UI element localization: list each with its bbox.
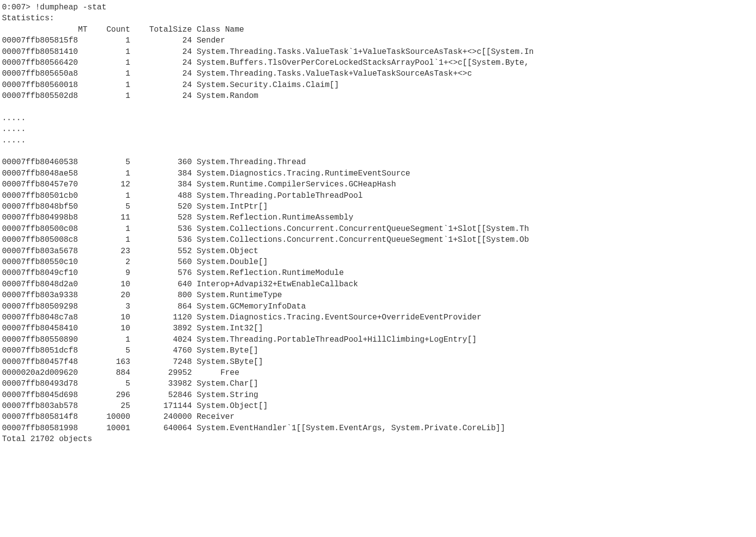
cell-count: 1 <box>88 334 130 345</box>
table-row: 00007ffb805092983864System.GCMemoryInfoD… <box>2 301 754 312</box>
table-row: 00007ffb80581410124System.Threading.Task… <box>2 46 754 57</box>
cell-class-name: System.Buffers.TlsOverPerCoreLockedStack… <box>192 57 754 68</box>
cell-class-name: System.EventHandler`1[[System.EventArgs,… <box>192 423 754 434</box>
cell-count: 5 <box>88 345 130 356</box>
cell-class-name: System.Char[] <box>192 378 754 389</box>
cell-mt: 00007ffb803a5678 <box>2 246 88 257</box>
cell-count: 10 <box>88 312 130 323</box>
cell-total-size: 33982 <box>130 378 192 389</box>
blank-line <box>2 102 754 113</box>
cell-class-name: System.Threading.Tasks.ValueTask`1+Value… <box>192 46 754 57</box>
cell-class-name: System.Double[] <box>192 257 754 268</box>
cell-class-name: System.Random <box>192 90 754 101</box>
table-row: 00007ffb8048c7a8101120System.Diagnostics… <box>2 312 754 323</box>
table-row: 00007ffb80501cb01488System.Threading.Por… <box>2 190 754 201</box>
cell-class-name: System.GCMemoryInfoData <box>192 301 754 312</box>
cell-mt: 00007ffb8048ae58 <box>2 168 88 179</box>
cell-total-size: 488 <box>130 190 192 201</box>
cell-count: 163 <box>88 357 130 367</box>
cell-class-name: System.Security.Claims.Claim[] <box>192 80 754 90</box>
table-row: 00007ffb8048bf505520System.IntPtr[] <box>2 201 754 212</box>
cell-count: 1 <box>88 190 130 201</box>
table-row: 00007ffb80493d78533982System.Char[] <box>2 378 754 389</box>
table-row: 00007ffb80457f481637248System.SByte[] <box>2 357 754 367</box>
cell-total-size: 24 <box>130 80 192 90</box>
cell-total-size: 4760 <box>130 345 192 356</box>
cell-class-name: System.Runtime.CompilerServices.GCHeapHa… <box>192 179 754 190</box>
cell-count: 1 <box>88 46 130 57</box>
cell-count: 12 <box>88 179 130 190</box>
cell-mt: 00007ffb80457f48 <box>2 357 88 367</box>
cell-count: 3 <box>88 301 130 312</box>
ellipsis-line: ..... <box>2 113 754 124</box>
cell-mt: 00007ffb80566420 <box>2 57 88 68</box>
cell-mt: 00007ffb805502d8 <box>2 90 88 101</box>
cell-mt: 00007ffb80493d78 <box>2 378 88 389</box>
cell-mt: 00007ffb805650a8 <box>2 68 88 79</box>
cell-total-size: 52846 <box>130 390 192 401</box>
cell-mt: 00007ffb80581410 <box>2 46 88 57</box>
table-row: 00007ffb804998b811528System.Reflection.R… <box>2 212 754 223</box>
debugger-output: 0:007> !dumpheap -stat Statistics: MT Co… <box>2 2 754 445</box>
table-row: 00007ffb8048ae581384System.Diagnostics.T… <box>2 168 754 179</box>
cell-total-size: 560 <box>130 257 192 268</box>
cell-class-name: System.Reflection.RuntimeAssembly <box>192 212 754 223</box>
cell-count: 1 <box>88 68 130 79</box>
cell-total-size: 576 <box>130 268 192 278</box>
table-row: 00007ffb8045d69829652846System.String <box>2 390 754 401</box>
cell-count: 9 <box>88 268 130 278</box>
cell-count: 1 <box>88 35 130 46</box>
blank-line <box>2 146 754 157</box>
cell-mt: 00007ffb80458410 <box>2 323 88 334</box>
cell-count: 1 <box>88 168 130 179</box>
header-count: Count <box>88 24 130 35</box>
cell-mt: 00007ffb80501cb0 <box>2 190 88 201</box>
table-row: 00007ffb8048d2a010640Interop+Advapi32+Et… <box>2 279 754 290</box>
cell-class-name: System.Threading.Thread <box>192 157 754 168</box>
cell-class-name: System.Byte[] <box>192 345 754 356</box>
cell-count: 10001 <box>88 423 130 434</box>
table-row: 00007ffb80500c081536System.Collections.C… <box>2 224 754 234</box>
cell-mt: 00007ffb8051dcf8 <box>2 345 88 356</box>
cell-total-size: 24 <box>130 68 192 79</box>
cell-class-name: System.SByte[] <box>192 357 754 367</box>
cell-count: 5 <box>88 201 130 212</box>
cell-total-size: 384 <box>130 179 192 190</box>
cell-mt: 00007ffb80560018 <box>2 80 88 90</box>
table-header: MT Count TotalSize Class Name <box>2 24 754 35</box>
rows-top: 00007ffb805815f8124Sender00007ffb8058141… <box>2 35 754 101</box>
table-row: 00007ffb8051dcf854760System.Byte[] <box>2 345 754 356</box>
statistics-label: Statistics: <box>2 13 754 24</box>
cell-count: 2 <box>88 257 130 268</box>
cell-total-size: 640064 <box>130 423 192 434</box>
table-row: 00007ffb80457e7012384System.Runtime.Comp… <box>2 179 754 190</box>
cell-mt: 00007ffb80550c10 <box>2 257 88 268</box>
cell-mt: 0000020a2d009620 <box>2 367 88 378</box>
cell-mt: 00007ffb8048d2a0 <box>2 279 88 290</box>
cell-total-size: 240000 <box>130 411 192 422</box>
cell-total-size: 24 <box>130 46 192 57</box>
cell-total-size: 360 <box>130 157 192 168</box>
cell-total-size: 171144 <box>130 401 192 411</box>
cell-total-size: 24 <box>130 35 192 46</box>
cell-class-name: System.Object <box>192 246 754 257</box>
cell-class-name: System.Threading.PortableThreadPool+Hill… <box>192 334 754 345</box>
table-row: 00007ffb8055089014024System.Threading.Po… <box>2 334 754 345</box>
cell-mt: 00007ffb80581998 <box>2 423 88 434</box>
table-row: 00007ffb803a933820800System.RuntimeType <box>2 290 754 301</box>
cell-total-size: 536 <box>130 224 192 234</box>
cell-class-name: System.Threading.PortableThreadPool <box>192 190 754 201</box>
table-row: 00007ffb80560018124System.Security.Claim… <box>2 80 754 90</box>
cell-total-size: 536 <box>130 234 192 245</box>
cell-class-name: System.Diagnostics.Tracing.RuntimeEventS… <box>192 168 754 179</box>
cell-count: 5 <box>88 157 130 168</box>
cell-total-size: 24 <box>130 90 192 101</box>
cell-class-name: System.IntPtr[] <box>192 201 754 212</box>
cell-mt: 00007ffb8045d698 <box>2 390 88 401</box>
cell-total-size: 640 <box>130 279 192 290</box>
cell-mt: 00007ffb80500c08 <box>2 224 88 234</box>
cell-class-name: Receiver <box>192 411 754 422</box>
ellipsis-line: ..... <box>2 135 754 146</box>
cell-count: 1 <box>88 234 130 245</box>
cell-class-name: System.Collections.Concurrent.Concurrent… <box>192 224 754 234</box>
